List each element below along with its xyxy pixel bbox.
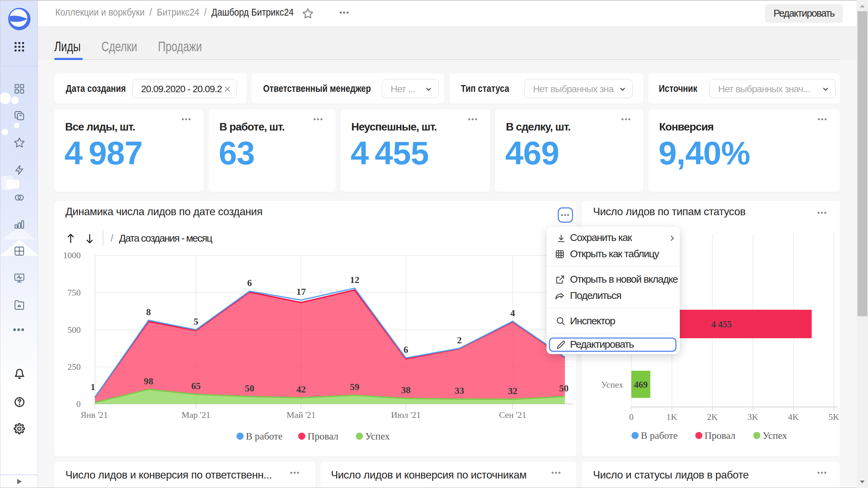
svg-text:4: 4	[510, 308, 515, 318]
svg-text:Янв '21: Янв '21	[81, 410, 108, 420]
svg-text:0: 0	[629, 412, 634, 422]
svg-text:В работе: В работе	[641, 430, 677, 441]
svg-text:42: 42	[296, 384, 306, 394]
svg-text:500: 500	[67, 325, 81, 335]
svg-text:8: 8	[146, 307, 151, 317]
svg-text:Сен '21: Сен '21	[499, 410, 526, 420]
svg-text:Успех: Успех	[763, 430, 787, 441]
svg-text:Успех: Успех	[601, 380, 623, 390]
svg-text:4 455: 4 455	[711, 319, 732, 329]
svg-text:38: 38	[401, 385, 411, 395]
svg-text:Провал: Провал	[308, 431, 338, 442]
svg-text:65: 65	[191, 381, 201, 391]
svg-text:12: 12	[350, 274, 359, 285]
svg-text:5K: 5K	[829, 412, 840, 422]
svg-text:50: 50	[559, 383, 569, 393]
svg-text:50: 50	[245, 383, 254, 393]
svg-text:Провал: Провал	[705, 430, 735, 441]
svg-text:0: 0	[76, 399, 81, 409]
svg-text:5: 5	[194, 316, 198, 327]
svg-text:17: 17	[296, 286, 306, 297]
svg-text:4K: 4K	[788, 412, 799, 422]
svg-text:Май '21: Май '21	[287, 410, 316, 420]
svg-text:98: 98	[144, 376, 153, 386]
svg-text:В работе: В работе	[246, 431, 282, 442]
svg-text:750: 750	[67, 288, 81, 298]
svg-text:1000: 1000	[63, 250, 81, 260]
svg-text:250: 250	[67, 362, 81, 372]
svg-text:3K: 3K	[748, 412, 758, 422]
svg-text:32: 32	[508, 386, 517, 396]
svg-text:469: 469	[634, 380, 648, 390]
svg-text:33: 33	[455, 385, 464, 396]
svg-text:Успех: Успех	[365, 431, 390, 442]
svg-text:2: 2	[457, 335, 462, 345]
svg-text:Мар '21: Мар '21	[182, 410, 211, 420]
svg-text:1: 1	[91, 382, 95, 392]
svg-text:2K: 2K	[707, 412, 718, 422]
svg-text:6: 6	[403, 344, 408, 355]
svg-text:Июл '21: Июл '21	[391, 410, 421, 420]
svg-text:59: 59	[350, 382, 359, 392]
svg-text:1K: 1K	[667, 412, 677, 422]
svg-text:6: 6	[247, 278, 252, 288]
